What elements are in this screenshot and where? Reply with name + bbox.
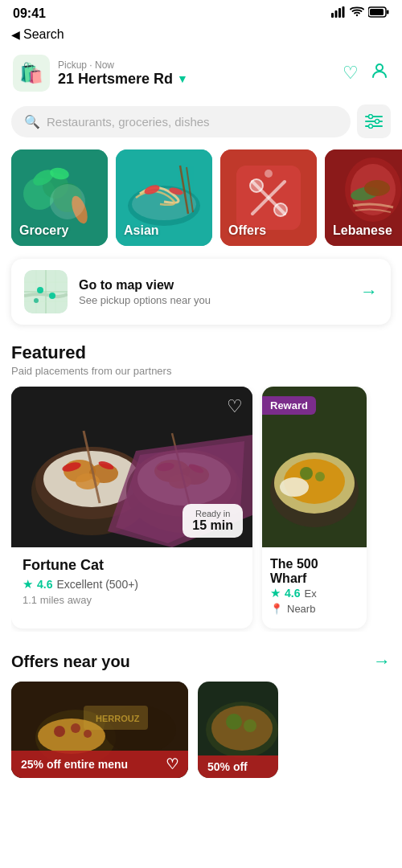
featured-section: Featured Paid placements from our partne… [0,331,402,637]
featured-cards-row: ♡ Ready in 15 min Fortune Cat ★ 4.6 Exce… [11,387,391,632]
svg-point-49 [49,293,55,299]
offers-arrow-button[interactable]: → [373,651,391,672]
svg-point-50 [34,298,39,303]
category-card-lebanese[interactable]: Lebanese [325,149,402,246]
svg-point-91 [226,714,242,730]
rating-score: 4.6 [37,578,52,591]
fortune-cat-favorite-button[interactable]: ♡ [227,396,243,417]
map-view-banner[interactable]: Go to map view See pickup options near y… [11,259,391,325]
offer-badge-text-1: 25% off entire menu [21,758,128,771]
svg-rect-5 [370,9,384,15]
svg-rect-2 [338,8,341,18]
location-info: Pickup · Now 21 Hertsmere Rd ▼ [58,59,188,88]
profile-button[interactable] [370,61,389,85]
partial-restaurant-subname: Wharf [270,571,359,586]
category-label-asian: Asian [124,223,159,238]
nav-header: ◀ Search [0,24,402,48]
wifi-icon [350,6,364,21]
featured-card-fortune-cat[interactable]: ♡ Ready in 15 min Fortune Cat ★ 4.6 Exce… [11,387,252,628]
search-bar[interactable]: 🔍 Restaurants, groceries, dishes [11,106,351,137]
pickup-label: Pickup · Now [58,59,188,71]
partial-nearby-label: Nearb [287,603,315,615]
category-label-lebanese: Lebanese [333,223,392,238]
location-header: 🛍️ Pickup · Now 21 Hertsmere Rd ▼ ♡ [0,48,402,100]
ready-time: 15 min [192,518,233,533]
svg-point-33 [250,179,263,192]
offers-title: Offers near you [11,653,130,671]
map-banner-text: Go to map view See pickup options near y… [79,278,211,306]
offer-heart-1[interactable]: ♡ [166,755,178,773]
signal-icon [331,6,346,21]
battery-icon [368,6,389,21]
partial-nearby-row: 📍 Nearb [270,603,359,615]
offer-card-2[interactable]: 50% off [198,682,278,778]
filter-button[interactable] [357,104,391,138]
ready-badge: Ready in 15 min [183,504,243,538]
svg-rect-0 [331,13,334,18]
offer-cards-row: HERROUZ 25% off entire menu ♡ 50% off [11,682,391,778]
500-wharf-image: Reward [262,387,367,547]
favorites-button[interactable]: ♡ [343,63,359,84]
category-card-asian[interactable]: Asian [116,149,212,246]
location-left: 🛍️ Pickup · Now 21 Hertsmere Rd ▼ [13,55,188,92]
svg-rect-3 [343,6,345,18]
location-address[interactable]: 21 Hertsmere Rd ▼ [58,71,188,88]
offer-badge-text-2: 50% off [207,760,248,773]
offers-section: Offers near you → HERROUZ [0,637,402,784]
offer-badge-1: 25% off entire menu ♡ [11,751,188,778]
offer-card-1[interactable]: HERROUZ 25% off entire menu ♡ [11,682,188,778]
svg-point-35 [265,170,273,178]
svg-point-92 [244,719,256,732]
svg-point-12 [375,120,379,124]
partial-restaurant-name: The 500 [270,557,359,571]
rating-row: ★ 4.6 Excellent (500+) [23,577,241,592]
svg-point-75 [300,467,313,480]
reward-badge: Reward [262,396,316,415]
svg-rect-6 [387,10,389,14]
status-time: 09:41 [13,6,46,21]
pin-icon: 📍 [270,603,283,615]
rating-label: Excellent (500+) [56,578,138,591]
partial-rating-label: Ex [304,588,316,600]
category-card-grocery[interactable]: Grocery [11,149,108,246]
location-actions: ♡ [343,61,389,85]
offer-badge-2: 50% off [198,755,278,778]
svg-point-11 [369,115,373,119]
svg-point-7 [376,64,383,71]
location-icon: 🛍️ [13,55,50,92]
svg-point-84 [71,723,80,733]
svg-point-13 [369,125,373,129]
featured-card-500-wharf[interactable]: Reward The 500 Wharf ★ 4.6 Ex 📍 Nearb [262,387,367,628]
search-placeholder: Restaurants, groceries, dishes [47,115,210,129]
partial-star-icon: ★ [270,586,281,600]
category-label-offers: Offers [228,223,266,238]
svg-point-48 [37,287,43,293]
search-icon: 🔍 [24,114,40,129]
status-bar: 09:41 [0,0,402,24]
svg-point-90 [211,706,273,751]
fortune-cat-info: Fortune Cat ★ 4.6 Excellent (500+) 1.1 m… [11,547,252,617]
ready-label: Ready in [192,509,233,518]
svg-point-83 [54,726,65,737]
offers-header: Offers near you → [11,651,391,672]
back-button[interactable]: ◀ Search [11,27,64,42]
map-arrow-icon: → [360,281,378,302]
fortune-cat-image: ♡ Ready in 15 min [11,387,252,547]
distance-text: 1.1 miles away [23,594,241,606]
svg-text:HERROUZ: HERROUZ [96,714,140,723]
star-icon: ★ [23,577,33,592]
map-banner-title: Go to map view [79,278,211,293]
svg-point-77 [280,477,309,497]
back-arrow-icon: ◀ [11,28,20,41]
svg-point-40 [364,180,390,196]
address-text: 21 Hertsmere Rd [58,71,173,88]
bag-icon: 🛍️ [19,62,43,84]
map-banner-subtitle: See pickup options near you [79,294,211,306]
chevron-down-icon: ▼ [177,72,188,85]
svg-point-76 [315,472,325,481]
partial-rating-score: 4.6 [285,587,300,600]
map-banner-left: Go to map view See pickup options near y… [24,270,211,313]
svg-point-85 [84,730,92,738]
svg-point-34 [274,203,287,216]
category-card-offers[interactable]: Offers [220,149,317,246]
